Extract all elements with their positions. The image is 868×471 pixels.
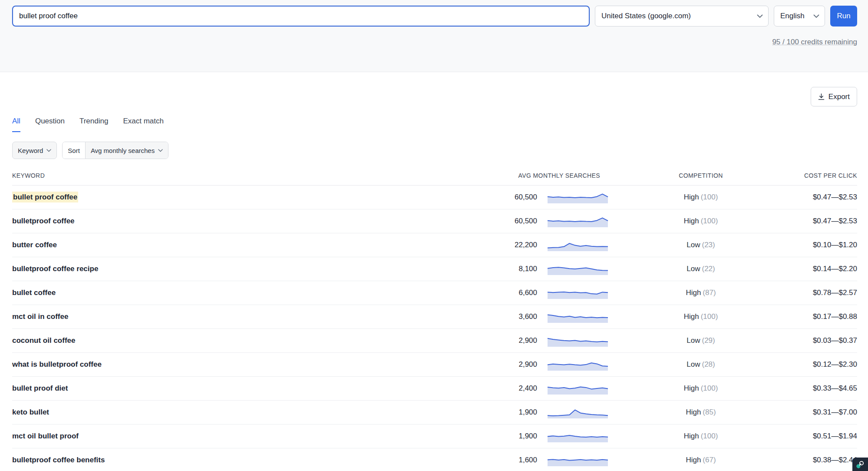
avg-monthly-searches-cell: 22,200 <box>450 241 537 249</box>
credits-remaining-link[interactable]: 95 / 100 credits remaining <box>772 38 857 46</box>
competition-level: Low <box>686 336 700 345</box>
keyword-cell[interactable]: mct oil bullet proof <box>12 432 79 440</box>
sparkline-chart <box>547 358 610 371</box>
sparkline-chart <box>547 215 610 228</box>
table-row[interactable]: bulletproof coffee benefits 1,600 High(6… <box>12 448 857 471</box>
chevron-down-icon <box>46 149 51 152</box>
competition-level: High <box>684 312 699 321</box>
cpc-cell: $0.33—$4.65 <box>792 384 857 393</box>
table-row[interactable]: coconut oil coffee 2,900 Low(29) $0.03—$… <box>12 329 857 353</box>
competition-cell: Low(22) <box>610 265 792 273</box>
tab-exact-match[interactable]: Exact match <box>123 117 164 132</box>
competition-level: Low <box>686 241 700 249</box>
keyword-cell[interactable]: bulletproof coffee recipe <box>12 265 98 273</box>
competition-level: High <box>684 217 699 225</box>
export-button-label: Export <box>828 93 850 101</box>
filter-bar: Keyword Sort Avg monthly searches <box>12 142 857 159</box>
header-keyword: KEYWORD <box>12 172 441 179</box>
avg-monthly-searches-cell: 60,500 <box>450 217 537 226</box>
avg-monthly-searches-cell: 8,100 <box>450 265 537 273</box>
sort-value-dropdown[interactable]: Avg monthly searches <box>85 142 168 159</box>
avg-monthly-searches-cell: 1,900 <box>450 432 537 441</box>
keyword-cell[interactable]: bullet coffee <box>12 289 56 297</box>
header-cost-per-click: COST PER CLICK <box>792 172 857 179</box>
keyword-cell[interactable]: what is bulletproof coffee <box>12 360 102 368</box>
keyword-cell[interactable]: bulletproof coffee <box>12 217 75 225</box>
competition-level: High <box>684 432 699 440</box>
sparkline-chart <box>547 406 610 419</box>
competition-level: High <box>684 384 699 392</box>
cpc-cell: $0.12—$2.30 <box>792 360 857 369</box>
competition-score: (100) <box>701 432 718 440</box>
sparkline-chart <box>547 191 610 204</box>
tab-all[interactable]: All <box>12 117 20 132</box>
table-header: KEYWORD AVG MONTHLY SEARCHES COMPETITION… <box>12 172 857 186</box>
search-input[interactable] <box>12 6 590 27</box>
avg-monthly-searches-cell: 3,600 <box>450 312 537 321</box>
competition-score: (28) <box>702 360 715 368</box>
avg-monthly-searches-cell: 1,600 <box>450 456 537 464</box>
table-row[interactable]: mct oil in coffee 3,600 High(100) $0.17—… <box>12 305 857 329</box>
results-panel: Export All Question Trending Exact match… <box>0 87 868 471</box>
cpc-cell: $0.38—$2.44 <box>792 456 857 464</box>
keyword-cell[interactable]: coconut oil coffee <box>12 336 75 345</box>
cpc-cell: $0.47—$2.53 <box>792 217 857 226</box>
download-icon <box>818 93 825 100</box>
sparkline-chart <box>547 430 610 443</box>
avg-monthly-searches-cell: 2,900 <box>450 336 537 345</box>
sparkline-chart <box>547 310 610 323</box>
cpc-cell: $0.78—$2.57 <box>792 289 857 297</box>
export-button[interactable]: Export <box>811 87 857 106</box>
keyword-cell[interactable]: bullet proof diet <box>12 384 68 392</box>
competition-score: (29) <box>702 336 715 345</box>
table-row[interactable]: mct oil bullet proof 1,900 High(100) $0.… <box>12 425 857 448</box>
table-row[interactable]: butter coffee 22,200 Low(23) $0.10—$1.20 <box>12 233 857 257</box>
keyword-cell[interactable]: butter coffee <box>12 241 57 249</box>
keyword-cell[interactable]: mct oil in coffee <box>12 312 68 321</box>
keyword-filter-dropdown[interactable]: Keyword <box>12 142 57 159</box>
keyword-cell[interactable]: bullet proof coffee <box>12 192 78 202</box>
avg-monthly-searches-cell: 2,900 <box>450 360 537 369</box>
language-select[interactable]: English <box>774 6 825 27</box>
run-button[interactable]: Run <box>830 6 857 27</box>
competition-score: (100) <box>701 384 718 392</box>
sort-label: Sort <box>63 142 85 159</box>
table-row[interactable]: bullet proof diet 2,400 High(100) $0.33—… <box>12 377 857 401</box>
sparkline-chart <box>547 382 610 395</box>
competition-cell: Low(23) <box>610 241 792 249</box>
keyword-cell[interactable]: bulletproof coffee benefits <box>12 456 105 464</box>
competition-level: High <box>686 289 701 297</box>
extension-badge-icon[interactable] <box>852 458 868 471</box>
table-row[interactable]: bulletproof coffee recipe 8,100 Low(22) … <box>12 257 857 281</box>
avg-monthly-searches-cell: 1,900 <box>450 408 537 417</box>
competition-score: (87) <box>703 289 716 297</box>
table-row[interactable]: bulletproof coffee 60,500 High(100) $0.4… <box>12 209 857 233</box>
table-row[interactable]: bullet coffee 6,600 High(87) $0.78—$2.57 <box>12 281 857 305</box>
chevron-down-icon <box>813 14 819 18</box>
sparkline-chart <box>547 239 610 252</box>
competition-level: Low <box>686 360 700 368</box>
sparkline-chart <box>547 262 610 275</box>
table-row[interactable]: keto bullet 1,900 High(85) $0.31—$7.00 <box>12 401 857 425</box>
avg-monthly-searches-cell: 6,600 <box>450 289 537 297</box>
cpc-cell: $0.31—$7.00 <box>792 408 857 417</box>
competition-score: (100) <box>701 193 718 201</box>
sort-control[interactable]: Sort Avg monthly searches <box>62 142 168 159</box>
country-select[interactable]: United States (google.com) <box>595 6 769 27</box>
sparkline-chart <box>547 454 610 467</box>
competition-cell: High(100) <box>610 193 792 202</box>
keyword-cell[interactable]: keto bullet <box>12 408 49 416</box>
cpc-cell: $0.47—$2.53 <box>792 193 857 202</box>
header-competition: COMPETITION <box>610 172 792 179</box>
table-row[interactable]: bullet proof coffee 60,500 High(100) $0.… <box>12 186 857 209</box>
table-row[interactable]: what is bulletproof coffee 2,900 Low(28)… <box>12 353 857 377</box>
language-select-value: English <box>780 12 805 20</box>
cpc-cell: $0.03—$0.37 <box>792 336 857 345</box>
cpc-cell: $0.51—$1.94 <box>792 432 857 441</box>
tab-question[interactable]: Question <box>35 117 65 132</box>
competition-cell: High(67) <box>610 456 792 464</box>
competition-cell: Low(29) <box>610 336 792 345</box>
competition-score: (100) <box>701 217 718 225</box>
cpc-cell: $0.14—$2.20 <box>792 265 857 273</box>
tab-trending[interactable]: Trending <box>79 117 108 132</box>
